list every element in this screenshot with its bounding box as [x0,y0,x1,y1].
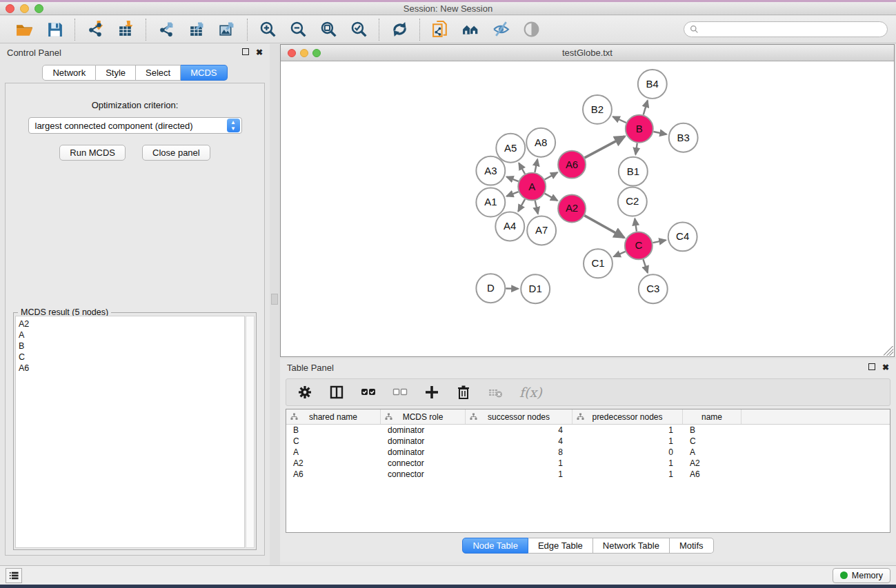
graph-node-D1[interactable]: D1 [521,274,550,303]
export-image-button[interactable] [217,19,237,40]
clone-network-button[interactable] [430,19,450,40]
hide-graphics-button[interactable] [490,19,511,40]
graph-edge[interactable] [584,216,624,238]
graph-node-A7[interactable]: A7 [527,216,556,245]
graph-node-D[interactable]: D [476,274,505,303]
graph-node-C1[interactable]: C1 [584,249,613,278]
graph-edge[interactable] [518,199,525,212]
graph-edge[interactable] [643,259,647,272]
task-history-button[interactable] [6,568,22,583]
delete-column-button[interactable] [456,385,471,400]
function-builder-button[interactable]: f(x) [519,385,542,400]
graph-node-A3[interactable]: A3 [476,156,505,185]
tab-node-table[interactable]: Node Table [462,538,528,554]
search-input[interactable] [702,25,882,34]
refresh-layout-button[interactable] [389,19,410,40]
float-panel-icon[interactable] [242,48,249,57]
tab-network[interactable]: Network [42,65,96,81]
node-table[interactable]: shared nameMCDS rolesuccessor nodesprede… [286,409,890,533]
tab-edge-table[interactable]: Edge Table [528,538,593,554]
vertical-splitter[interactable] [270,44,280,565]
graph-edge[interactable] [535,159,537,172]
graph-node-B[interactable]: B [626,115,653,143]
column-header-successor-nodes[interactable]: successor nodes [466,409,573,424]
graph-node-A8[interactable]: A8 [526,128,555,157]
column-header-predecessor-nodes[interactable]: predecessor nodes [573,409,683,424]
show-graphics-button[interactable] [521,19,541,40]
import-network-button[interactable] [85,19,106,40]
graph-edge[interactable] [644,101,648,115]
columns-button[interactable] [329,385,344,400]
delete-table-button[interactable] [488,385,503,400]
graph-node-B4[interactable]: B4 [638,70,667,99]
run-mcds-button[interactable]: Run MCDS [59,145,126,161]
mcds-result-list[interactable]: A2ABCA6 [15,316,245,548]
graph-node-A6[interactable]: A6 [558,151,586,179]
home-navigator-button[interactable] [460,19,481,40]
result-list-item[interactable]: B [19,341,244,352]
graph-edge[interactable] [545,194,558,201]
result-list-item[interactable]: A [19,330,244,341]
graph-edge[interactable] [614,252,626,256]
graph-edge[interactable] [545,172,558,179]
float-table-panel-icon[interactable] [868,363,875,372]
graph-node-A4[interactable]: A4 [495,212,524,241]
export-network-button[interactable] [156,19,177,40]
close-panel-button[interactable]: Close panel [142,145,210,161]
table-row[interactable]: A6connector11A6 [286,469,890,480]
gear-button[interactable] [297,385,312,400]
result-list-scrollbar[interactable] [246,316,255,548]
column-header-name[interactable]: name [683,409,741,424]
graph-edge[interactable] [507,192,519,196]
graph-edge[interactable] [635,219,637,231]
zoom-out-button[interactable] [288,19,308,40]
graph-node-C2[interactable]: C2 [618,187,647,216]
table-row[interactable]: A2connector11A2 [286,458,890,469]
close-panel-icon[interactable]: ✖ [256,48,263,57]
zoom-in-button[interactable] [257,19,278,40]
graph-edge[interactable] [653,132,666,134]
tab-mcds[interactable]: MCDS [181,65,227,81]
result-list-item[interactable]: A2 [19,318,244,330]
tab-network-table[interactable]: Network Table [593,538,670,554]
graph-node-C3[interactable]: C3 [639,274,668,303]
save-session-button[interactable] [44,19,65,40]
resize-grip-icon[interactable] [884,346,893,356]
graph-edge[interactable] [535,201,538,214]
graph-edge[interactable] [519,163,525,174]
import-table-button[interactable] [115,19,136,40]
tab-style[interactable]: Style [96,65,136,81]
graph-node-A1[interactable]: A1 [476,188,505,217]
graph-node-C[interactable]: C [625,232,653,259]
close-table-panel-icon[interactable]: ✖ [882,363,889,372]
table-row[interactable]: Cdominator41C [286,436,890,447]
zoom-fit-button[interactable] [318,19,339,40]
column-header-MCDS-role[interactable]: MCDS role [381,409,466,424]
result-list-item[interactable]: A6 [19,363,244,374]
add-column-button[interactable] [424,385,439,400]
tab-motifs[interactable]: Motifs [670,538,714,554]
graph-node-A5[interactable]: A5 [496,134,525,163]
table-row[interactable]: Adominator80A [286,447,890,458]
result-list-item[interactable]: C [19,352,244,363]
graph-node-B2[interactable]: B2 [583,95,612,124]
graph-edge[interactable] [653,240,666,243]
export-table-button[interactable] [186,19,207,40]
graph-edge[interactable] [613,116,626,123]
graph-edge[interactable] [507,177,519,182]
graph-node-A[interactable]: A [518,173,546,201]
select-all-button[interactable] [361,385,376,400]
table-row[interactable]: Bdominator41B [286,425,890,436]
criterion-dropdown[interactable]: largest connected component (directed) ▲… [28,117,242,134]
graph-node-B3[interactable]: B3 [669,123,698,152]
network-canvas[interactable]: AA1A2A3A4A5A6A7A8BB1B2B3B4CC1C2C3C4DD1 [281,62,894,356]
graph-edge[interactable] [635,143,637,154]
graph-node-C4[interactable]: C4 [668,222,697,251]
open-file-button[interactable] [14,19,34,40]
splitter-grip[interactable] [271,294,278,305]
search-field[interactable] [684,21,888,37]
tab-select[interactable]: Select [136,65,181,81]
graph-node-B1[interactable]: B1 [619,157,648,186]
zoom-selected-button[interactable] [348,19,369,40]
graph-edge[interactable] [585,136,625,158]
